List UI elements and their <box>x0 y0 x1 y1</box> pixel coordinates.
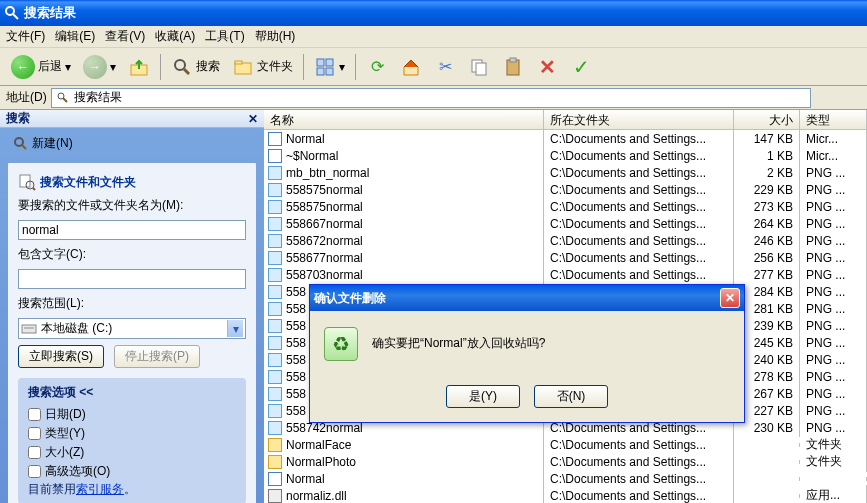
table-row[interactable]: NormalC:\Documents and Settings... <box>264 470 867 487</box>
opt-date[interactable]: 日期(D) <box>28 405 236 424</box>
back-arrow-icon: ← <box>11 55 35 79</box>
copy-button[interactable] <box>463 53 495 81</box>
sidebar-header: 搜索 ✕ <box>0 110 264 128</box>
new-search-button[interactable]: 新建(N) <box>8 132 78 155</box>
scope-dropdown[interactable]: 本地磁盘 (C:) ▾ <box>18 318 246 339</box>
file-icon <box>268 336 282 350</box>
options-header[interactable]: 搜索选项 << <box>28 384 93 401</box>
file-icon <box>268 234 282 248</box>
opt-type[interactable]: 类型(Y) <box>28 424 236 443</box>
filename-input[interactable] <box>18 220 246 240</box>
file-icon <box>268 285 282 299</box>
up-folder-icon <box>128 56 150 78</box>
home-icon <box>400 56 422 78</box>
undo-button[interactable]: ✓ <box>565 53 597 81</box>
svg-line-21 <box>33 188 35 190</box>
copy-icon <box>468 56 490 78</box>
file-icon <box>268 251 282 265</box>
cut-button[interactable]: ✂ <box>429 53 461 81</box>
file-icon <box>268 166 282 180</box>
recycle-icon: ♻ <box>324 327 358 361</box>
forward-arrow-icon: → <box>83 55 107 79</box>
opt-advanced[interactable]: 高级选项(O) <box>28 462 236 481</box>
up-button[interactable] <box>123 53 155 81</box>
svg-line-4 <box>184 69 189 74</box>
svg-rect-5 <box>235 63 251 74</box>
svg-point-17 <box>15 138 23 146</box>
column-headers: 名称 所在文件夹 大小 类型 <box>264 110 867 130</box>
col-path[interactable]: 所在文件夹 <box>544 110 734 129</box>
table-row[interactable]: NormalFaceC:\Documents and Settings...文件… <box>264 436 867 453</box>
svg-rect-23 <box>24 327 34 329</box>
menu-view[interactable]: 查看(V) <box>105 28 145 45</box>
file-icon <box>268 200 282 214</box>
menu-favorites[interactable]: 收藏(A) <box>155 28 195 45</box>
scope-label: 搜索范围(L): <box>18 295 246 312</box>
delete-x-icon: ✕ <box>536 56 558 78</box>
table-row[interactable]: 558575normalC:\Documents and Settings...… <box>264 198 867 215</box>
svg-rect-8 <box>326 59 333 66</box>
table-row[interactable]: 558672normalC:\Documents and Settings...… <box>264 232 867 249</box>
delete-button[interactable]: ✕ <box>531 53 563 81</box>
folders-button[interactable]: 文件夹 <box>227 53 298 81</box>
table-row[interactable]: 558703normalC:\Documents and Settings...… <box>264 266 867 283</box>
search-button[interactable]: 搜索 <box>166 53 225 81</box>
menu-edit[interactable]: 编辑(E) <box>55 28 95 45</box>
svg-rect-9 <box>317 68 324 75</box>
address-input[interactable]: 搜索结果 <box>51 88 811 108</box>
indexing-status: 目前禁用索引服务。 <box>28 481 236 498</box>
new-search-icon <box>13 136 29 152</box>
file-icon <box>268 489 282 503</box>
table-row[interactable]: 558575normalC:\Documents and Settings...… <box>264 181 867 198</box>
menu-help[interactable]: 帮助(H) <box>255 28 296 45</box>
address-label: 地址(D) <box>6 89 47 106</box>
col-name[interactable]: 名称 <box>264 110 544 129</box>
table-row[interactable]: normaliz.dllC:\Documents and Settings...… <box>264 487 867 503</box>
col-size[interactable]: 大小 <box>734 110 800 129</box>
table-row[interactable]: NormalPhotoC:\Documents and Settings...文… <box>264 453 867 470</box>
table-row[interactable]: NormalC:\Documents and Settings...147 KB… <box>264 130 867 147</box>
table-row[interactable]: mb_btn_normalC:\Documents and Settings..… <box>264 164 867 181</box>
menubar: 文件(F) 编辑(E) 查看(V) 收藏(A) 工具(T) 帮助(H) <box>0 26 867 48</box>
file-icon <box>268 421 282 435</box>
no-button[interactable]: 否(N) <box>534 385 608 408</box>
refresh-button[interactable]: ⟳ <box>361 53 393 81</box>
menu-tools[interactable]: 工具(T) <box>205 28 244 45</box>
yes-button[interactable]: 是(Y) <box>446 385 520 408</box>
table-row[interactable]: 558677normalC:\Documents and Settings...… <box>264 249 867 266</box>
menu-file[interactable]: 文件(F) <box>6 28 45 45</box>
panel-title: 搜索文件和文件夹 <box>40 174 136 191</box>
confirm-delete-dialog: 确认文件删除 ✕ ♻ 确实要把“Normal”放入回收站吗? 是(Y) 否(N) <box>309 284 745 423</box>
file-icon <box>268 268 282 282</box>
search-panel: 搜索文件和文件夹 要搜索的文件或文件夹名为(M): 包含文字(C): 搜索范围(… <box>8 163 256 503</box>
home-button[interactable] <box>395 53 427 81</box>
file-icon <box>268 370 282 384</box>
svg-rect-7 <box>317 59 324 66</box>
chevron-down-icon: ▾ <box>227 320 243 337</box>
file-icon <box>268 149 282 163</box>
search-results-icon <box>56 91 70 105</box>
dropdown-icon: ▾ <box>65 60 71 74</box>
search-now-button[interactable]: 立即搜索(S) <box>18 345 104 368</box>
file-icon <box>268 132 282 146</box>
views-button[interactable]: ▾ <box>309 53 350 81</box>
dialog-message: 确实要把“Normal”放入回收站吗? <box>372 327 545 352</box>
svg-rect-10 <box>326 68 333 75</box>
paste-icon <box>502 56 524 78</box>
table-row[interactable]: ~$NormalC:\Documents and Settings...1 KB… <box>264 147 867 164</box>
paste-button[interactable] <box>497 53 529 81</box>
forward-button[interactable]: →▾ <box>78 52 121 82</box>
back-button[interactable]: ← 后退 ▾ <box>6 52 76 82</box>
opt-size[interactable]: 大小(Z) <box>28 443 236 462</box>
col-type[interactable]: 类型 <box>800 110 867 129</box>
indexing-link[interactable]: 索引服务 <box>76 482 124 496</box>
containing-text-input[interactable] <box>18 269 246 289</box>
svg-line-18 <box>22 145 26 149</box>
dialog-close-button[interactable]: ✕ <box>720 288 740 308</box>
file-icon <box>268 387 282 401</box>
table-row[interactable]: 558667normalC:\Documents and Settings...… <box>264 215 867 232</box>
views-icon <box>314 56 336 78</box>
close-icon[interactable]: ✕ <box>248 112 258 126</box>
file-icon <box>268 353 282 367</box>
svg-rect-6 <box>235 61 242 64</box>
